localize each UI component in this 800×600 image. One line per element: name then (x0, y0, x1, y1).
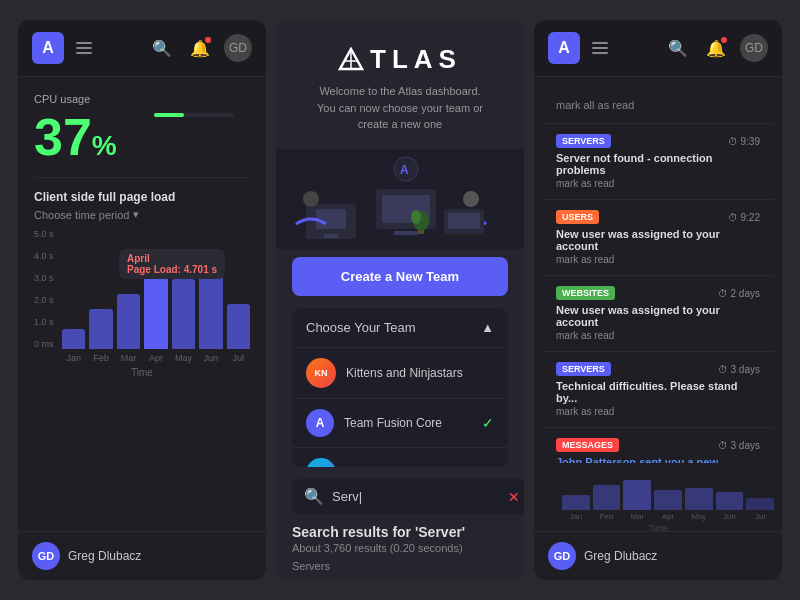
team-avatar-fusion: A (306, 409, 334, 437)
team-avatar-kittens: KN (306, 358, 336, 388)
servers-label: Servers (292, 560, 508, 572)
right-menu-icon[interactable] (592, 42, 608, 54)
svg-rect-16 (448, 213, 480, 229)
notif-title-2: New user was assigned to your account (556, 228, 760, 252)
atlas-logo: TLAS (292, 44, 508, 75)
chart-tooltip: April Page Load: 4.701 s (119, 249, 225, 279)
notification-icon[interactable]: 🔔 (186, 34, 214, 62)
notif-action-3[interactable]: mark as read (556, 330, 760, 341)
bar-mar (117, 294, 140, 349)
notif-tag-websites: WEBSITES (556, 286, 615, 300)
illustration: A (276, 149, 524, 249)
header-icons: 🔍 🔔 GD (148, 34, 252, 62)
right-header-icons: 🔍 🔔 GD (664, 34, 768, 62)
search-input[interactable] (332, 489, 500, 504)
notif-item-2: USERS ⏱ 9:22 New user was assigned to yo… (542, 200, 774, 276)
notif-item-5: MESSAGES ⏱ 3 days John Patterson sent yo… (542, 428, 774, 463)
search-clear-icon[interactable]: ✕ (508, 489, 520, 505)
svg-text:A: A (400, 163, 409, 177)
notif-time-1: ⏱ 9:39 (728, 136, 760, 147)
right-x-labels: Jan Feb Mar Apr May Jun Jul (542, 512, 774, 521)
time-period-selector[interactable]: Choose time period ▾ (34, 208, 250, 221)
y-axis: 5.0 s 4.0 s 3.0 s 2.0 s 1.0 s 0 ms (34, 229, 54, 349)
svg-point-13 (411, 210, 421, 224)
mark-all-button[interactable]: mark all as read (556, 99, 634, 111)
team-dropdown: Choose Your Team ▲ KN Kittens and Ninjas… (292, 308, 508, 468)
right-footer-name: Greg Dlubacz (584, 549, 657, 563)
search-bar: 🔍 ✕ (292, 479, 524, 514)
mid-panel: TLAS Welcome to the Atlas dashboard.You … (276, 20, 524, 580)
create-team-button[interactable]: Create a New Team (292, 257, 508, 296)
cpu-unit: % (92, 130, 117, 161)
bar-jun (199, 274, 222, 349)
left-logo[interactable]: A (32, 32, 64, 64)
search-row: 🔍 ✕ Close (292, 479, 508, 524)
avatar[interactable]: GD (224, 34, 252, 62)
notif-action-4[interactable]: mark as read (556, 406, 760, 417)
right-bottom-chart: Jan Feb Mar Apr May Jun Jul Time (534, 471, 782, 531)
right-footer-avatar[interactable]: GD (548, 542, 576, 570)
svg-rect-10 (394, 231, 418, 235)
notif-title-5: John Patterson sent you a new message (556, 456, 760, 463)
svg-point-14 (463, 191, 479, 207)
team-item-fusion[interactable]: A Team Fusion Core ✓ (292, 399, 508, 448)
notif-item-4: SERVERS ⏱ 3 days Technical difficulties.… (542, 352, 774, 428)
right-avatar[interactable]: GD (740, 34, 768, 62)
bar-jul (227, 304, 250, 349)
notification-badge (204, 36, 212, 44)
notif-title-4: Technical difficulties. Please stand by.… (556, 380, 760, 404)
notif-action-2[interactable]: mark as read (556, 254, 760, 265)
notif-sender-link[interactable]: John Patterson (556, 456, 636, 463)
right-footer: GD Greg Dlubacz (534, 531, 782, 580)
notif-time-2: ⏱ 9:22 (728, 212, 760, 223)
team-name-kittens: Kittens and Ninjastars (346, 366, 494, 380)
bar-may (172, 279, 195, 349)
atlas-logo-icon (338, 47, 364, 73)
notif-tag-messages: MESSAGES (556, 438, 619, 452)
search-results-title: Search results for 'Server' (292, 524, 508, 540)
right-time-label: Time (542, 523, 774, 531)
team-avatar-another: AT (306, 458, 336, 468)
notif-tag-servers-2: SERVERS (556, 362, 611, 376)
right-logo[interactable]: A (548, 32, 580, 64)
svg-rect-6 (324, 234, 338, 238)
x-axis: Jan Feb Mar Apr May Jun Jul (34, 353, 250, 363)
team-item-kittens[interactable]: KN Kittens and Ninjastars (292, 348, 508, 399)
search-icon[interactable]: 🔍 (148, 34, 176, 62)
notif-time-4: ⏱ 3 days (718, 364, 760, 375)
atlas-text: TLAS (370, 44, 462, 75)
cpu-bar-fill (154, 113, 184, 117)
left-header: A 🔍 🔔 GD (18, 20, 266, 77)
notif-title-1: Server not found - connection problems (556, 152, 760, 176)
team-name-fusion: Team Fusion Core (344, 416, 472, 430)
bar-chart: 5.0 s 4.0 s 3.0 s 2.0 s 1.0 s 0 ms (34, 229, 250, 349)
menu-icon[interactable] (76, 42, 92, 54)
bars (34, 229, 250, 349)
cpu-section: CPU usage 37% (34, 93, 250, 165)
notif-tag-users: USERS (556, 210, 599, 224)
svg-point-7 (303, 191, 319, 207)
svg-rect-5 (316, 209, 346, 229)
illustration-svg: A (276, 149, 524, 249)
right-search-icon[interactable]: 🔍 (664, 34, 692, 62)
right-notification-badge (720, 36, 728, 44)
notif-item-1: SERVERS ⏱ 9:39 Server not found - connec… (542, 124, 774, 200)
left-content: CPU usage 37% Client side full page load… (18, 77, 266, 531)
right-header: A 🔍 🔔 GD (534, 20, 782, 77)
footer-name: Greg Dlubacz (68, 549, 141, 563)
cpu-bar-track (154, 113, 234, 117)
notif-top: mark all as read (542, 85, 774, 124)
team-item-another[interactable]: AT Another Team Name (292, 448, 508, 468)
right-mini-bars (542, 475, 774, 510)
left-footer: GD Greg Dlubacz (18, 531, 266, 580)
divider-1 (34, 177, 250, 178)
search-section: 🔍 ✕ Close Search results for 'Server' Ab… (276, 467, 524, 580)
cpu-value: 37% (34, 111, 117, 163)
dropdown-header[interactable]: Choose Your Team ▲ (292, 308, 508, 347)
notif-action-1[interactable]: mark as read (556, 178, 760, 189)
footer-avatar[interactable]: GD (32, 542, 60, 570)
notif-tag-servers-1: SERVERS (556, 134, 611, 148)
right-panel: A 🔍 🔔 GD mark all as read SERVERS ⏱ (534, 20, 782, 580)
right-notification-icon[interactable]: 🔔 (702, 34, 730, 62)
atlas-header: TLAS Welcome to the Atlas dashboard.You … (276, 20, 524, 149)
